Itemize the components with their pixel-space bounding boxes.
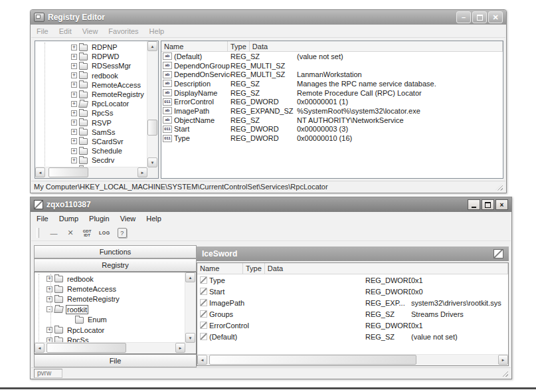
tree-item[interactable]: + RDPNP bbox=[35, 43, 147, 52]
registry-value-row[interactable]: Start REG_DWORD 0x0 bbox=[197, 286, 508, 297]
tree-vertical-scrollbar[interactable]: ▲ ▼ bbox=[147, 41, 158, 167]
scroll-left-button[interactable]: ◄ bbox=[35, 343, 45, 353]
registry-value-row[interactable]: Groups REG_SZ Streams Drivers bbox=[197, 308, 508, 320]
tree-item[interactable]: + Schedule bbox=[35, 146, 147, 155]
tree-item[interactable]: + RDPWD bbox=[35, 52, 147, 61]
scroll-thumb[interactable] bbox=[46, 343, 126, 353]
expander-icon[interactable]: + bbox=[71, 157, 77, 163]
expander-icon[interactable]: + bbox=[71, 72, 77, 78]
expander-icon[interactable]: + bbox=[46, 327, 52, 333]
resize-grip[interactable] bbox=[495, 183, 503, 191]
scroll-left-button[interactable]: ◄ bbox=[35, 167, 45, 177]
tree-item[interactable]: + RpcLocator bbox=[35, 99, 147, 108]
registry-value-row[interactable]: 011 Type REG_DWORD 0x00000010 (16) bbox=[161, 134, 503, 143]
scroll-right-button[interactable]: ► bbox=[137, 167, 147, 177]
maximize-button[interactable] bbox=[482, 199, 494, 210]
registry-value-row[interactable]: ab DisplayName REG_SZ Remote Procedure C… bbox=[161, 88, 503, 98]
tree-horizontal-scrollbar[interactable]: ◄ ► bbox=[35, 342, 185, 353]
minus-icon-button[interactable]: — bbox=[49, 227, 58, 239]
column-header[interactable]: Name bbox=[161, 41, 228, 51]
tree-item[interactable]: + RDSessMgr bbox=[35, 61, 147, 70]
expander-icon[interactable]: + bbox=[71, 120, 77, 126]
tree-item[interactable]: + RSVP bbox=[35, 118, 147, 128]
menu-item[interactable]: Edit bbox=[54, 27, 77, 35]
menu-item[interactable]: Help bbox=[141, 215, 167, 223]
tree-item[interactable]: + RemoteRegistry bbox=[35, 90, 147, 99]
functions-panel-button[interactable]: Functions bbox=[34, 245, 197, 258]
scroll-up-button[interactable]: ▲ bbox=[185, 272, 195, 282]
menu-item[interactable]: Help bbox=[144, 27, 170, 35]
registry-value-row[interactable]: ab ObjectName REG_SZ NT AUTHORITY\Networ… bbox=[161, 116, 503, 125]
expander-icon[interactable]: + bbox=[71, 101, 77, 107]
regedit-titlebar[interactable]: Registry Editor – ✕ bbox=[31, 10, 506, 25]
registry-panel-button[interactable]: Registry bbox=[34, 258, 197, 272]
column-header[interactable]: Data bbox=[250, 41, 503, 51]
registry-value-row[interactable]: ErrorControl REG_DWORD 0x1 bbox=[197, 320, 508, 331]
expander-icon[interactable]: + bbox=[71, 148, 77, 154]
menu-item[interactable]: View bbox=[77, 27, 104, 35]
menu-item[interactable]: Favorites bbox=[103, 27, 143, 35]
close-button[interactable]: ✕ bbox=[488, 11, 503, 23]
registry-value-row[interactable]: 011 ErrorControl REG_DWORD 0x00000001 (1… bbox=[161, 97, 503, 106]
registry-value-row[interactable]: ImagePath REG_EXP... system32\drivers\ro… bbox=[197, 297, 508, 308]
tree-item[interactable]: + SamSs bbox=[35, 128, 147, 137]
tree-horizontal-scrollbar[interactable]: ◄ ► bbox=[35, 167, 147, 178]
expander-icon[interactable]: + bbox=[46, 286, 52, 292]
tree-item[interactable]: + Secdrv bbox=[35, 155, 147, 165]
maximize-button[interactable] bbox=[472, 11, 487, 23]
minimize-button[interactable]: – bbox=[456, 11, 471, 23]
expander-icon[interactable]: + bbox=[71, 138, 77, 144]
expander-icon[interactable]: + bbox=[71, 45, 77, 50]
tree-item[interactable]: - rootkit bbox=[35, 304, 185, 314]
expander-icon[interactable]: + bbox=[71, 129, 77, 135]
scroll-thumb[interactable] bbox=[48, 167, 88, 177]
expander-icon[interactable]: + bbox=[46, 296, 52, 302]
tree-item[interactable]: + RemoteAccess bbox=[35, 80, 147, 90]
tree-vertical-scrollbar[interactable]: ▲ ▼ bbox=[185, 272, 196, 343]
tree-item[interactable]: + SCardSvr bbox=[35, 137, 147, 146]
menu-item[interactable]: File bbox=[31, 215, 54, 223]
help-button[interactable]: ? bbox=[118, 228, 127, 238]
registry-value-row[interactable]: ab ImagePath REG_EXPAND_SZ %SystemRoot%\… bbox=[161, 106, 503, 116]
column-header[interactable]: Type bbox=[243, 263, 265, 274]
file-panel-button[interactable]: File bbox=[34, 354, 197, 367]
expander-icon[interactable]: + bbox=[71, 54, 77, 60]
scroll-down-button[interactable]: ▼ bbox=[185, 333, 195, 343]
tree-item[interactable]: + RpcSs bbox=[35, 108, 147, 118]
menu-item[interactable]: Plugin bbox=[84, 215, 115, 223]
expander-icon[interactable]: - bbox=[46, 306, 52, 312]
column-header[interactable]: Type bbox=[228, 41, 250, 51]
tree-item[interactable]: + RemoteRegistry bbox=[35, 294, 185, 304]
icesword-titlebar[interactable]: zqxo110387 × bbox=[31, 197, 511, 212]
expander-icon[interactable]: + bbox=[71, 110, 77, 116]
column-header[interactable]: Data bbox=[265, 263, 508, 274]
registry-value-row[interactable]: ab DependOnGroup REG_MULTI_SZ bbox=[161, 61, 503, 70]
gdt-idt-button[interactable]: GDT IDT bbox=[82, 227, 92, 239]
values-horizontal-scrollbar[interactable]: ◄ ► bbox=[197, 354, 508, 365]
tree-item[interactable]: + redbook bbox=[35, 274, 185, 284]
expander-icon[interactable]: + bbox=[71, 82, 77, 88]
menu-item[interactable]: Dump bbox=[54, 215, 84, 223]
tree-item[interactable]: + redbook bbox=[35, 71, 147, 80]
tree-item[interactable]: + RemoteAccess bbox=[35, 284, 185, 294]
tree-item[interactable]: Enum bbox=[35, 315, 185, 325]
registry-value-row[interactable]: (Default) REG_SZ (value not set) bbox=[197, 331, 508, 342]
scroll-right-button[interactable]: ► bbox=[498, 355, 508, 365]
scroll-up-button[interactable]: ▲ bbox=[147, 41, 157, 51]
scroll-right-button[interactable]: ► bbox=[175, 343, 185, 353]
expander-icon[interactable]: + bbox=[71, 92, 77, 98]
resize-grip[interactable] bbox=[501, 369, 508, 377]
registry-value-row[interactable]: ab DependOnService REG_MULTI_SZ LanmanWo… bbox=[161, 70, 503, 79]
close-button[interactable]: × bbox=[495, 199, 508, 210]
registry-value-row[interactable]: Type REG_DWORD 0x1 bbox=[197, 274, 508, 286]
scroll-thumb[interactable] bbox=[209, 355, 416, 365]
log-button[interactable]: LOG bbox=[99, 227, 110, 239]
scroll-left-button[interactable]: ◄ bbox=[197, 355, 207, 365]
expander-icon[interactable]: + bbox=[46, 276, 52, 282]
x-icon-button[interactable]: ✕ bbox=[66, 227, 75, 239]
registry-value-row[interactable]: ab (Default) REG_SZ (value not set) bbox=[161, 52, 503, 61]
scroll-down-button[interactable]: ▼ bbox=[147, 157, 157, 167]
menu-item[interactable]: File bbox=[31, 27, 54, 35]
minimize-button[interactable] bbox=[468, 199, 480, 210]
scroll-thumb[interactable] bbox=[147, 120, 157, 136]
